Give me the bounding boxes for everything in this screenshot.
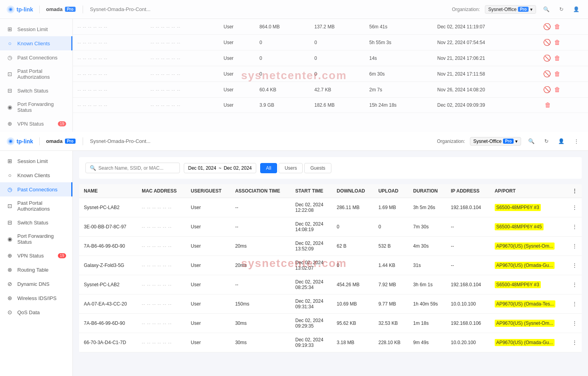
- ban-icon[interactable]: 🚫: [543, 86, 551, 93]
- page-title-top: Sysnet-Omada-Pro-Cont...: [90, 6, 151, 12]
- row-more-btn[interactable]: ⋮: [568, 217, 582, 237]
- row-more-btn[interactable]: ⋮: [568, 314, 582, 333]
- upload-cell: 228.10 KB: [374, 333, 408, 352]
- row-more-btn[interactable]: ⋮: [568, 198, 582, 217]
- svg-point-2: [9, 8, 12, 11]
- user-icon-bottom[interactable]: 👤: [556, 136, 567, 147]
- ban-icon[interactable]: 🚫: [543, 23, 551, 30]
- start-time-cell: Dec 02, 2024 09:29:35: [290, 314, 332, 333]
- name-cell: Galaxy-Z-Fold3-5G: [79, 256, 137, 275]
- sidebar-item-ids-bottom[interactable]: ⊛ Wireless IDS/IPS: [0, 291, 72, 305]
- mac-cell: -- -- -- -- -- --: [137, 217, 186, 237]
- sidebar-item-session-limit-top[interactable]: ⊞ Session Limit: [0, 22, 72, 36]
- search-icon-top[interactable]: 🔍: [541, 4, 552, 15]
- svg-point-5: [9, 140, 12, 143]
- sidebar-item-portfwd-top[interactable]: ◉ Port Forwarding Status: [0, 98, 72, 117]
- search-icon-bottom[interactable]: 🔍: [526, 136, 537, 147]
- filter-guests-btn[interactable]: Guests: [304, 163, 331, 173]
- search-input[interactable]: [98, 165, 176, 171]
- refresh-icon-bottom[interactable]: ↻: [541, 136, 552, 147]
- sidebar-label-session-bottom: Session Limit: [17, 158, 48, 164]
- row-more-btn[interactable]: ⋮: [568, 333, 582, 352]
- sidebar-item-vpn-top[interactable]: ⊕ VPN Status 19: [0, 117, 72, 131]
- filter-all-btn[interactable]: All: [260, 163, 277, 173]
- bottom-sidebar: ⊞ Session Limit ○ Known Clients ◷ Past C…: [0, 151, 73, 376]
- main-content: 🔍 Dec 01, 2024 ~ Dec 02, 2024 All Users …: [73, 151, 588, 376]
- ap-port-cell: AP9670(US) (Sysnet-Om...: [490, 237, 568, 256]
- table-row: Sysnet-PC-LAB2 -- -- -- -- -- -- User --…: [79, 275, 582, 295]
- ban-icon[interactable]: 🚫: [543, 39, 551, 46]
- col-more[interactable]: ⋮: [568, 184, 582, 198]
- duration-cell: 31s: [409, 256, 446, 275]
- assoc-time-cell: --: [230, 275, 290, 295]
- sidebar-item-past-portal-top[interactable]: ⊡ Past Portal Authorizations: [0, 65, 72, 83]
- session-limit-icon-bottom: ⊞: [6, 157, 13, 165]
- ap-port-cell: AP9670(US) (Omada-Gu...: [495, 262, 555, 269]
- sidebar-item-past-connections-bottom[interactable]: ◷ Past Connections: [0, 182, 72, 196]
- delete-icon[interactable]: 🗑: [554, 55, 560, 62]
- start-time-cell: Dec 02, 2024 09:19:33: [290, 333, 332, 352]
- more-icon-bottom[interactable]: ⋮: [571, 136, 582, 147]
- sidebar-item-known-clients-bottom[interactable]: ○ Known Clients: [0, 168, 72, 182]
- mac-cell: -- -- -- -- -- --: [137, 314, 186, 333]
- table-row: AA-07-EA-43-CC-20 -- -- -- -- -- -- User…: [79, 295, 582, 314]
- row-more-btn[interactable]: ⋮: [568, 295, 582, 314]
- past-portal-icon-bottom: ⊡: [6, 202, 13, 209]
- sidebar-item-switch-top[interactable]: ⊟ Switch Status: [0, 83, 72, 98]
- sidebar-item-session-limit-bottom[interactable]: ⊞ Session Limit: [0, 154, 72, 168]
- sidebar-item-past-portal-bottom[interactable]: ⊡ Past Portal Authorizations: [0, 196, 72, 215]
- name-cell: 7A-B6-46-99-6D-90: [79, 237, 137, 256]
- sidebar-item-routing-bottom[interactable]: ⊗ Routing Table: [0, 263, 72, 277]
- ip-cell: 192.168.0.104: [446, 275, 490, 295]
- delete-icon[interactable]: 🗑: [554, 39, 560, 46]
- sidebar-label-portfwd-top: Port Forwarding Status: [17, 101, 66, 113]
- org-select-bottom[interactable]: Sysnet-Office Pro ▾: [470, 137, 521, 146]
- sidebar-item-portfwd-bottom[interactable]: ◉ Port Forwarding Status: [0, 230, 72, 248]
- row-more-btn[interactable]: ⋮: [568, 275, 582, 295]
- filter-users-btn[interactable]: Users: [279, 163, 303, 173]
- upload-cell: 532 B: [374, 237, 408, 256]
- delete-icon[interactable]: 🗑: [554, 70, 560, 78]
- sidebar-item-vpn-bottom[interactable]: ⊕ VPN Status 19: [0, 248, 72, 263]
- tp-link-text-bottom: tp-link: [17, 138, 33, 144]
- sidebar-item-past-connections-top[interactable]: ◷ Past Connections: [0, 50, 72, 65]
- ap-port-cell: S6500-48MPP6Y #3: [490, 275, 568, 295]
- date-from: Dec 01, 2024: [188, 165, 216, 171]
- header-right-top: Organization: Sysnet-Office Pro ▾ 🔍 ↻ 👤: [452, 4, 582, 15]
- assoc-time-cell: 20ms: [230, 256, 290, 275]
- table-row: -- -- -- -- -- -- -- -- -- -- -- -- User…: [73, 50, 588, 66]
- row-more-btn[interactable]: ⋮: [568, 237, 582, 256]
- ids-icon-bottom: ⊛: [6, 295, 13, 302]
- header-icons-bottom: 🔍 ↻ 👤 ⋮: [526, 136, 582, 147]
- row-more-btn[interactable]: ⋮: [568, 256, 582, 275]
- past-conn-icon-bottom: ◷: [6, 186, 13, 193]
- duration-cell: 4m 30s: [409, 237, 446, 256]
- sidebar-label-ids-bottom: Wireless IDS/IPS: [17, 295, 57, 301]
- sidebar-item-switch-bottom[interactable]: ⊟ Switch Status: [0, 215, 72, 230]
- ban-icon[interactable]: 🚫: [543, 70, 551, 78]
- sidebar-item-dns-bottom[interactable]: ⊘ Dynamic DNS: [0, 277, 72, 291]
- date-range[interactable]: Dec 01, 2024 ~ Dec 02, 2024: [184, 163, 256, 173]
- sidebar-label-routing-bottom: Routing Table: [17, 267, 48, 273]
- user-guest-cell: User: [186, 237, 231, 256]
- name-cell: 3E-00-BB-D7-8C-97: [79, 217, 137, 237]
- org-name-top: Sysnet-Office: [488, 7, 517, 12]
- refresh-icon-top[interactable]: ↻: [556, 4, 567, 15]
- assoc-time-cell: 30ms: [230, 333, 290, 352]
- sidebar-item-known-clients-top[interactable]: ○ Known Clients: [0, 36, 72, 50]
- delete-icon[interactable]: 🗑: [545, 102, 551, 109]
- download-cell: 95.62 KB: [332, 314, 374, 333]
- delete-icon[interactable]: 🗑: [554, 86, 560, 93]
- sidebar-item-qos-bottom[interactable]: ⊙ QoS Data: [0, 305, 72, 319]
- duration-cell: 1h 40m 59s: [409, 295, 446, 314]
- org-select-top[interactable]: Sysnet-Office Pro ▾: [485, 5, 536, 14]
- delete-icon[interactable]: 🗑: [554, 23, 560, 30]
- tp-link-icon: [6, 5, 15, 14]
- search-wrap[interactable]: 🔍: [85, 163, 180, 173]
- user-icon-top[interactable]: 👤: [571, 4, 582, 15]
- ip-cell: 10.0.10.100: [446, 295, 490, 314]
- switch-icon-top: ⊟: [6, 87, 13, 94]
- top-table: -- -- -- -- -- -- -- -- -- -- -- -- User…: [73, 19, 588, 113]
- ban-icon[interactable]: 🚫: [543, 54, 551, 62]
- vpn-badge-bottom: 19: [58, 253, 66, 258]
